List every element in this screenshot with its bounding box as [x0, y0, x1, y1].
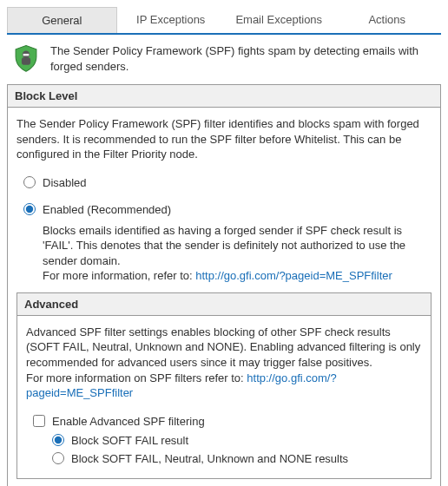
- tab-actions[interactable]: Actions: [333, 7, 442, 33]
- tab-email-exceptions[interactable]: Email Exceptions: [225, 7, 333, 33]
- advanced-description: Advanced SPF filter settings enables blo…: [26, 325, 422, 401]
- shield-icon: [10, 43, 42, 73]
- tab-general[interactable]: General: [7, 7, 117, 33]
- radio-block-all[interactable]: [52, 452, 64, 464]
- radio-disabled[interactable]: [23, 176, 36, 188]
- block-level-description: The Sender Policy Framework (SPF) filter…: [16, 116, 432, 162]
- tab-ip-exceptions[interactable]: IP Exceptions: [117, 7, 226, 33]
- intro-row: The Sender Policy Framework (SPF) fights…: [7, 35, 441, 84]
- advanced-panel: Advanced Advanced SPF filter settings en…: [16, 292, 432, 479]
- radio-disabled-label[interactable]: Disabled: [43, 176, 87, 189]
- advanced-desc-text: Advanced SPF filter settings enables blo…: [26, 325, 420, 369]
- more-info-link[interactable]: http://go.gfi.com/?pageid=ME_SPFfilter: [195, 269, 392, 282]
- radio-block-all-label[interactable]: Block SOFT FAIL, Neutral, Unknown and NO…: [71, 452, 348, 465]
- tab-bar: General IP Exceptions Email Exceptions A…: [7, 7, 441, 35]
- advanced-title: Advanced: [17, 293, 431, 316]
- block-level-title: Block Level: [8, 85, 440, 108]
- advanced-more-info-prefix: For more information on SPF filters refe…: [26, 371, 247, 384]
- enabled-note: Blocks emails identified as having a for…: [43, 223, 432, 284]
- block-level-panel: Block Level The Sender Policy Framework …: [7, 84, 441, 486]
- svg-rect-2: [23, 54, 30, 56]
- radio-enabled-label[interactable]: Enabled (Recommended): [43, 203, 171, 216]
- radio-block-softfail[interactable]: [52, 434, 64, 446]
- checkbox-enable-advanced[interactable]: [33, 415, 45, 427]
- enabled-note-text: Blocks emails identified as having a for…: [43, 224, 405, 267]
- checkbox-enable-advanced-label[interactable]: Enable Advanced SPF filtering: [52, 415, 205, 428]
- intro-text: The Sender Policy Framework (SPF) fights…: [50, 43, 438, 74]
- more-info-prefix: For more information, refer to:: [43, 269, 195, 282]
- radio-enabled[interactable]: [23, 203, 36, 215]
- svg-rect-1: [22, 57, 30, 65]
- radio-block-softfail-label[interactable]: Block SOFT FAIL result: [71, 434, 188, 447]
